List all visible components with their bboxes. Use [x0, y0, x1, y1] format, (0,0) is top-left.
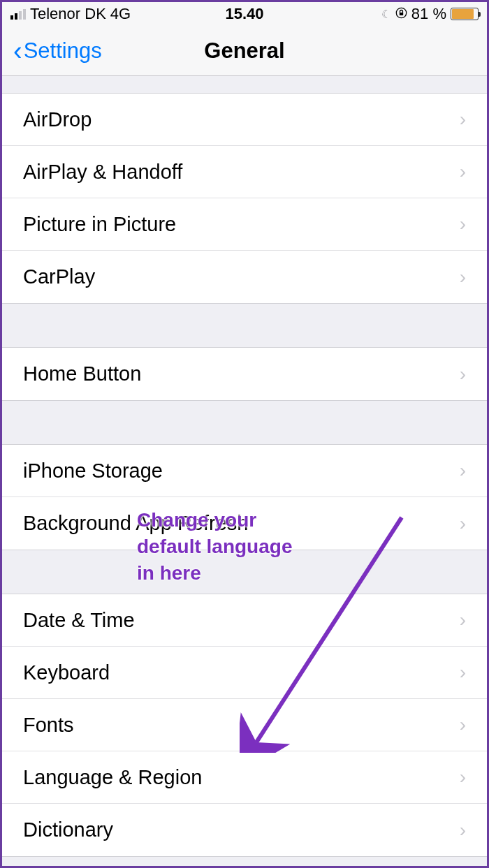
chevron-right-icon: › — [460, 363, 466, 385]
carrier-label: Telenor DK — [30, 5, 106, 23]
chevron-right-icon: › — [460, 714, 466, 736]
row-carplay[interactable]: CarPlay › — [2, 251, 487, 303]
settings-group: Date & Time › Keyboard › Fonts › Languag… — [2, 594, 487, 857]
row-label: Fonts — [23, 714, 74, 737]
status-bar: Telenor DK 4G 15.40 ☾ 81 % — [2, 2, 487, 26]
row-iphone-storage[interactable]: iPhone Storage › — [2, 445, 487, 497]
row-label: AirPlay & Handoff — [23, 161, 182, 184]
row-fonts[interactable]: Fonts › — [2, 699, 487, 751]
row-label: Language & Region — [23, 766, 202, 789]
nav-bar: ‹ Settings General — [2, 26, 487, 76]
orientation-lock-icon — [395, 7, 407, 21]
settings-group: Home Button › — [2, 347, 487, 401]
chevron-right-icon: › — [460, 513, 466, 535]
chevron-right-icon: › — [460, 661, 466, 684]
moon-icon: ☾ — [381, 8, 391, 21]
row-label: CarPlay — [23, 265, 95, 288]
chevron-left-icon: ‹ — [13, 38, 22, 64]
row-dictionary[interactable]: Dictionary › — [2, 804, 487, 856]
chevron-right-icon: › — [460, 459, 466, 482]
svg-rect-1 — [400, 13, 403, 15]
row-language-region[interactable]: Language & Region › — [2, 751, 487, 804]
battery-icon — [451, 8, 479, 20]
back-button[interactable]: ‹ Settings — [13, 38, 102, 64]
chevron-right-icon: › — [460, 266, 466, 288]
settings-group: AirDrop › AirPlay & Handoff › Picture in… — [2, 93, 487, 304]
row-airplay-handoff[interactable]: AirPlay & Handoff › — [2, 146, 487, 198]
chevron-right-icon: › — [460, 609, 466, 631]
status-right: ☾ 81 % — [381, 5, 479, 23]
row-airdrop[interactable]: AirDrop › — [2, 94, 487, 146]
page-title: General — [204, 38, 284, 64]
row-label: Dictionary — [23, 818, 113, 841]
chevron-right-icon: › — [460, 213, 466, 235]
network-label: 4G — [110, 5, 131, 23]
row-picture-in-picture[interactable]: Picture in Picture › — [2, 198, 487, 251]
row-label: Home Button — [23, 362, 141, 385]
chevron-right-icon: › — [460, 108, 466, 131]
chevron-right-icon: › — [460, 161, 466, 183]
row-keyboard[interactable]: Keyboard › — [2, 647, 487, 699]
row-label: Date & Time — [23, 609, 135, 632]
chevron-right-icon: › — [460, 766, 466, 788]
row-date-time[interactable]: Date & Time › — [2, 594, 487, 647]
status-time: 15.40 — [225, 5, 263, 23]
status-left: Telenor DK 4G — [10, 5, 131, 23]
row-home-button[interactable]: Home Button › — [2, 348, 487, 400]
back-label: Settings — [24, 38, 102, 64]
annotation-text: Change yourdefault languagein here — [137, 507, 292, 586]
battery-percent: 81 % — [411, 5, 446, 23]
row-label: iPhone Storage — [23, 459, 163, 483]
chevron-right-icon: › — [460, 819, 466, 841]
row-label: Keyboard — [23, 661, 110, 684]
row-label: Picture in Picture — [23, 213, 176, 236]
signal-icon — [10, 9, 26, 20]
row-label: AirDrop — [23, 108, 92, 131]
